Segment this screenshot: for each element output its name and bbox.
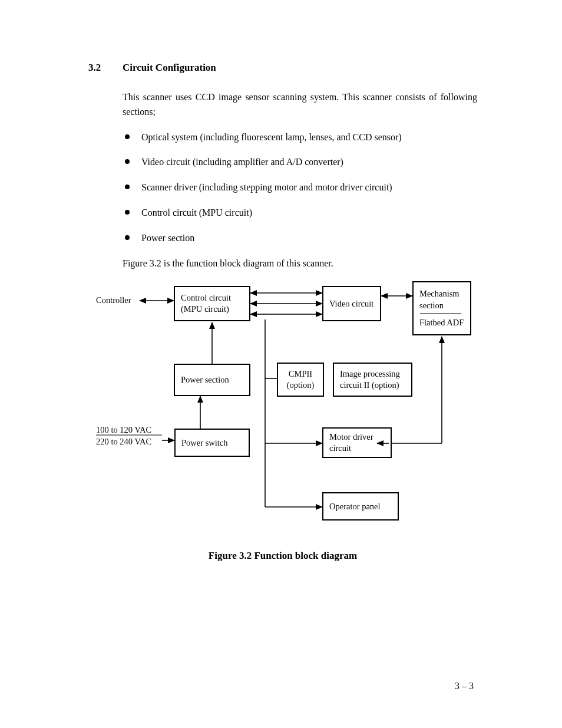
box-control-circuit: Control circuit (MPU circuit) (174, 286, 250, 321)
box-image-processing: Image processing circuit II (option) (333, 363, 412, 397)
section-heading: 3.2 Circuit Configuration (88, 62, 477, 74)
label-controller: Controller (96, 295, 131, 307)
box-cmpii: CMPII (option) (277, 363, 324, 397)
section-number: 3.2 (88, 62, 123, 74)
box-mechanism: Mechanism section Flatbed ADF (412, 281, 471, 335)
bullet-list: Optical system (including fluorescent la… (123, 130, 477, 246)
list-item: Power section (123, 231, 477, 246)
box-operator-panel: Operator panel (322, 492, 399, 521)
box-power-section: Power section (174, 364, 250, 396)
list-item: Scanner driver (including stepping motor… (123, 180, 477, 195)
list-item: Video circuit (including amplifier and A… (123, 155, 477, 170)
page-number: 3 – 3 (455, 681, 474, 691)
list-item: Optical system (including fluorescent la… (123, 130, 477, 145)
box-video-circuit: Video circuit (322, 286, 381, 321)
label-vac2: 220 to 240 VAC (96, 436, 151, 448)
box-motor-driver: Motor driver circuit (322, 427, 392, 458)
intro-paragraph: This scanner uses CCD image sensor scann… (123, 90, 477, 120)
box-power-switch: Power switch (174, 429, 250, 457)
block-diagram: Controller 100 to 120 VAC 220 to 240 VAC… (0, 281, 477, 541)
figure-caption: Figure 3.2 Function block diagram (88, 550, 477, 562)
section-title: Circuit Configuration (123, 62, 216, 74)
list-item: Control circuit (MPU circuit) (123, 206, 477, 220)
label-vac1: 100 to 120 VAC (96, 424, 151, 436)
figure-reference: Figure 3.2 is the function block diagram… (123, 256, 477, 271)
